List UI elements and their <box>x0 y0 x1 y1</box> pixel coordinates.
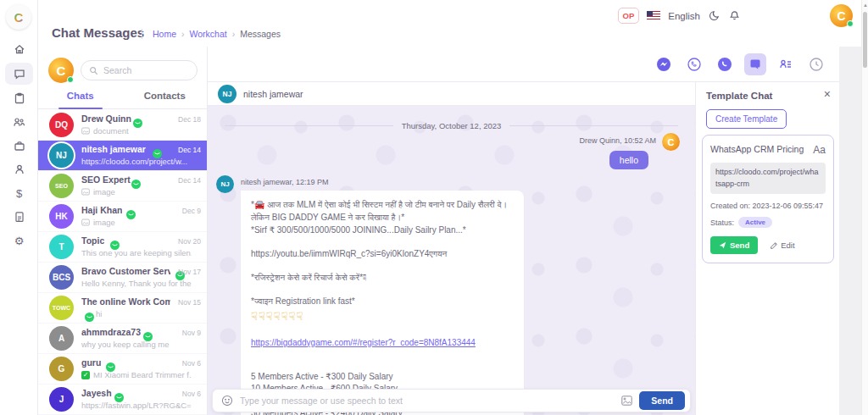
template-name: WhatsApp CRM Pricing <box>710 144 804 154</box>
tab-chats[interactable]: Chats <box>38 86 123 108</box>
emoji-icon[interactable] <box>221 395 233 407</box>
home-icon[interactable] <box>5 38 33 60</box>
op-badge[interactable]: OP <box>618 8 640 24</box>
profile-icon[interactable] <box>5 158 33 180</box>
template-icon[interactable] <box>744 53 766 75</box>
pointing-fingers: ☟☟☟☟☟☟☟ <box>251 308 514 325</box>
outgoing-message-meta: Drew Quinn, 10:52 AM <box>579 136 656 145</box>
search-icon <box>89 66 98 75</box>
list-item[interactable]: DQ Drew Quinn Dec 18 document <box>38 110 207 141</box>
language-selector[interactable]: English <box>668 11 700 21</box>
message-paragraph: *रजिस्ट्रेशन केसे करें रिचार्ज केसे करें… <box>251 271 514 284</box>
us-flag-icon[interactable] <box>647 11 660 20</box>
chat-icon[interactable] <box>5 63 33 85</box>
whatsapp-outline-icon[interactable] <box>683 53 705 75</box>
template-send-button[interactable]: Send <box>710 236 758 254</box>
list-item-selected[interactable]: NJ nitesh jamewar Dec 14 https://cloodo.… <box>38 141 207 171</box>
incoming-avatar: NJ <box>216 175 234 193</box>
channel-toolbar <box>208 47 839 82</box>
paper-plane-icon <box>719 241 726 249</box>
list-item[interactable]: TOWC The online Work Company hi Nov 15 <box>38 293 207 324</box>
workspace-avatar[interactable]: C <box>48 58 74 83</box>
vertical-scrollbar[interactable]: ▲ <box>861 0 868 415</box>
template-created: Created on: 2023-12-06 09:55:47 <box>710 202 826 210</box>
incoming-message-bubble: *🚘 आज तक MLM में ऐसा कोई भी सिस्टम नहीं … <box>241 191 524 415</box>
list-item[interactable]: G guru Nov 6 ✓MI Xiaomi Beard Trimmer f.… <box>38 354 207 385</box>
whatsapp-icon <box>85 307 94 323</box>
scroll-up-arrow[interactable]: ▲ <box>863 3 868 8</box>
online-status-dot <box>67 76 74 83</box>
avatar: T <box>49 235 74 259</box>
avatar: J <box>49 387 74 412</box>
chat-list-panel: C Chats Contacts DQ Drew Quinn Dec 18 do… <box>38 47 208 415</box>
whatsapp-icon <box>131 174 141 190</box>
incoming-message-meta: nitesh jamewar, 12:19 PM <box>241 178 329 186</box>
search-box <box>81 60 198 80</box>
list-item[interactable]: BCS Bravo Customer Service Nov 17 Hello … <box>38 263 207 293</box>
message-input[interactable] <box>240 396 615 406</box>
search-input[interactable] <box>103 65 188 75</box>
list-item[interactable]: SEO SEO Expert Dec 14 image <box>38 171 207 202</box>
image-icon <box>81 188 90 196</box>
billing-icon[interactable]: $ <box>5 182 33 204</box>
conversation-area: NJ nitesh jamewar Thursday, October 12, … <box>208 82 695 415</box>
online-status-dot <box>847 20 854 27</box>
history-icon[interactable] <box>805 53 827 75</box>
message-paragraph: *ज्वाइन Registration link fast* <box>251 295 514 307</box>
outgoing-message-bubble: hello <box>609 151 648 169</box>
attach-image-icon[interactable] <box>621 396 632 406</box>
breadcrumb-messages: Messages <box>240 29 281 39</box>
moon-icon[interactable] <box>708 9 721 22</box>
status-label: Status: <box>710 219 734 227</box>
left-nav-rail: C $ ⚙ <box>0 0 38 415</box>
avatar: HK <box>49 204 74 229</box>
message-scroll-area[interactable]: Thursday, October 12, 2023 Drew Quinn, 1… <box>208 106 695 415</box>
template-edit-button[interactable]: Edit <box>770 241 794 250</box>
avatar: G <box>49 357 74 381</box>
font-size-icon[interactable]: Aa <box>813 144 826 156</box>
conversation-avatar: NJ <box>218 85 236 103</box>
list-item[interactable]: HK Haji Khan Dec 9 image <box>38 202 207 232</box>
message-paragraph: *Sirf ₹ 300/500/1000/5000 JOINING...Dail… <box>251 224 514 236</box>
document-icon[interactable] <box>5 206 33 228</box>
message-paragraph: *🚘 आज तक MLM में ऐसा कोई भी सिस्टम नहीं … <box>251 198 514 224</box>
tab-contacts[interactable]: Contacts <box>123 86 208 108</box>
image-icon <box>81 127 90 135</box>
list-item[interactable]: A ahmmdraza73 Nov 9 why you keep calling… <box>38 324 207 354</box>
outgoing-avatar: C <box>662 133 680 151</box>
create-template-button[interactable]: Create Template <box>706 109 787 129</box>
send-button[interactable]: Send <box>639 391 685 410</box>
message-composer: Send <box>212 389 691 412</box>
template-card: WhatsApp CRM Pricing Aa https://cloodo.c… <box>702 135 834 263</box>
date-divider: Thursday, October 12, 2023 <box>225 121 678 130</box>
register-link[interactable]: https://bigdaddygame.com/#/register?r_co… <box>251 336 514 349</box>
template-panel-title: Template Chat <box>706 91 772 101</box>
app-logo[interactable]: C <box>6 4 31 30</box>
breadcrumb-home[interactable]: Home <box>153 29 176 39</box>
status-badge: Active <box>738 217 772 228</box>
messenger-icon[interactable] <box>653 53 675 75</box>
chat-list: DQ Drew Quinn Dec 18 document NJ nitesh … <box>38 110 207 415</box>
scrollbar-thumb[interactable] <box>863 12 867 68</box>
list-item[interactable]: T Topic Nov 20 This one you are keeping … <box>38 232 207 263</box>
avatar: NJ <box>49 143 74 168</box>
community-icon[interactable] <box>5 111 33 133</box>
user-avatar[interactable]: C <box>830 4 853 27</box>
briefcase-icon[interactable] <box>5 135 33 157</box>
avatar: DQ <box>49 113 74 137</box>
settings-icon[interactable]: ⚙ <box>5 230 33 252</box>
clipboard-icon[interactable] <box>5 87 33 109</box>
youtube-link: https://youtu.be/iimmWIRqR_c?si=6yi0Klon… <box>251 247 514 260</box>
template-url: https://cloodo.com/project/whatsapp-crm <box>710 163 826 194</box>
avatar: BCS <box>49 265 74 290</box>
whatsapp-filled-icon[interactable] <box>714 53 736 75</box>
close-icon[interactable]: × <box>824 87 831 101</box>
bell-icon[interactable] <box>728 9 741 22</box>
breadcrumb-workchat[interactable]: Workchat <box>190 29 227 39</box>
contacts-icon[interactable] <box>775 53 797 75</box>
avatar: SEO <box>49 174 74 198</box>
avatar: TOWC <box>49 296 74 320</box>
avatar: A <box>49 326 74 351</box>
whatsapp-icon <box>133 113 142 129</box>
list-item[interactable]: J Jayesh Nov 6 https://fastwin.app/LR?RG… <box>38 385 207 415</box>
